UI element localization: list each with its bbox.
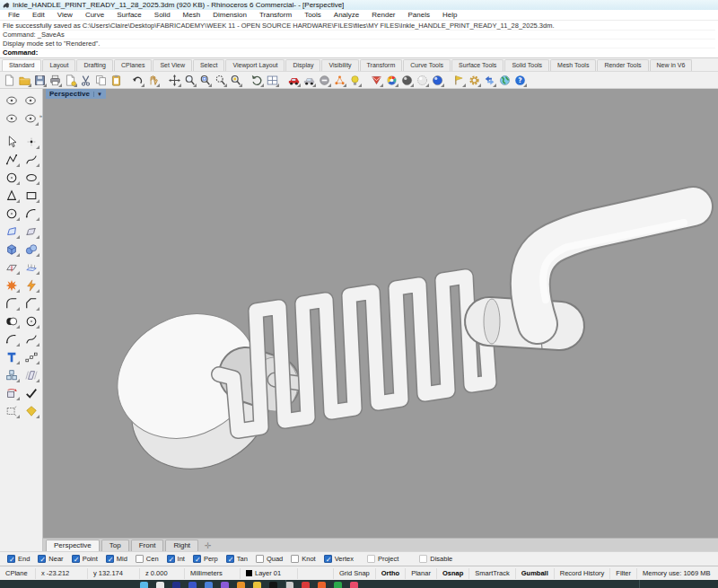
options-button[interactable]	[467, 73, 481, 88]
view-tool-button[interactable]	[3, 92, 21, 109]
print-button[interactable]	[48, 73, 62, 88]
loft-tool-button[interactable]	[22, 259, 40, 276]
fillet-curve-button[interactable]	[3, 330, 21, 347]
tab-transform[interactable]: Transform	[360, 59, 403, 71]
viewport-tab-perspective[interactable]: Perspective	[46, 540, 100, 551]
perspective-viewport[interactable]: Perspective ▼	[43, 89, 718, 538]
menu-edit[interactable]: Edit	[26, 11, 51, 19]
checkbox[interactable]	[324, 555, 332, 563]
undo-button[interactable]	[130, 73, 144, 88]
menu-render[interactable]: Render	[365, 11, 401, 19]
point-tool-button[interactable]	[22, 133, 40, 150]
sidebar-overflow-chevron[interactable]: »	[39, 113, 42, 118]
blend-curve-button[interactable]	[22, 330, 40, 347]
polyline-tool-button[interactable]	[3, 151, 21, 168]
copy-clipboard-button[interactable]	[63, 73, 77, 88]
taskbar-app-icon[interactable]	[140, 582, 148, 588]
pan-button[interactable]	[145, 73, 160, 88]
paste-button[interactable]	[109, 73, 123, 88]
checkbox[interactable]	[256, 555, 264, 563]
view-tool-button[interactable]	[3, 110, 21, 127]
chevron-down-icon[interactable]: ▼	[93, 92, 102, 97]
checkbox[interactable]	[136, 555, 144, 563]
tab-mesh-tools[interactable]: Mesh Tools	[550, 59, 596, 71]
zoom-selected-button[interactable]	[228, 73, 242, 88]
status-toggle-gumball[interactable]: Gumball	[516, 568, 555, 579]
menu-view[interactable]: View	[51, 11, 79, 19]
tab-solid-tools[interactable]: Solid Tools	[504, 59, 549, 71]
osnap-quad[interactable]: Quad	[256, 555, 283, 563]
edit-points-tool-button[interactable]	[22, 348, 40, 365]
menu-tools[interactable]: Tools	[298, 11, 328, 19]
checkbox[interactable]	[291, 555, 299, 563]
ghosted-viewport-button[interactable]	[415, 73, 429, 88]
tab-drafting[interactable]: Drafting	[76, 59, 113, 71]
osnap-mid[interactable]: Mid	[106, 555, 127, 563]
view-tool-button[interactable]	[22, 92, 39, 109]
rectangle-tool-button[interactable]	[22, 187, 40, 204]
tab-display[interactable]: Display	[285, 59, 320, 71]
osnap-end[interactable]: End	[7, 555, 30, 563]
menu-solid[interactable]: Solid	[148, 11, 177, 19]
shaded-viewport-button[interactable]	[399, 73, 414, 88]
surface-tool-button[interactable]	[3, 223, 21, 240]
undo-view-change-button[interactable]	[250, 73, 264, 88]
tab-curve-tools[interactable]: Curve Tools	[403, 59, 451, 71]
render-gem-button[interactable]	[22, 402, 40, 419]
cut-button[interactable]	[78, 73, 92, 88]
box-tool-button[interactable]	[3, 241, 21, 258]
osnap-project[interactable]: Project	[367, 555, 398, 563]
add-viewport-tab-button[interactable]: ✛	[200, 541, 216, 550]
taskbar-app-icon[interactable]	[188, 582, 197, 588]
status-toggle-grid-snap[interactable]: Grid Snap	[334, 568, 376, 579]
menu-file[interactable]: File	[2, 11, 26, 19]
select-tool-button[interactable]	[3, 133, 21, 150]
drape-tool-button[interactable]	[22, 223, 40, 240]
osnap-int[interactable]: Int	[167, 555, 185, 563]
point-circle-tool-button[interactable]	[3, 205, 21, 222]
osnap-point[interactable]: Point	[72, 555, 98, 563]
curve-tool-button[interactable]	[22, 151, 40, 168]
checkbox[interactable]	[193, 555, 201, 563]
taskbar-app-icon[interactable]	[205, 582, 213, 588]
status-toggle-record-history[interactable]: Record History	[555, 568, 611, 579]
command-area[interactable]: File successfully saved as C:\Users\Clai…	[0, 21, 718, 58]
osnap-near[interactable]: Near	[38, 555, 63, 563]
osnap-knot[interactable]: Knot	[291, 555, 315, 563]
tab-cplanes[interactable]: CPlanes	[114, 59, 152, 71]
taskbar-app-icon[interactable]	[302, 582, 310, 588]
checkbox[interactable]	[167, 555, 175, 563]
lamp-button[interactable]	[347, 73, 362, 88]
status-toggle-filter[interactable]: Filter	[610, 568, 637, 579]
rotate-tool-button[interactable]	[3, 384, 21, 401]
copy-button[interactable]	[93, 73, 108, 88]
render-car-button[interactable]	[286, 73, 301, 88]
checkbox[interactable]	[7, 555, 15, 563]
checkbox[interactable]	[367, 555, 375, 563]
menu-mesh[interactable]: Mesh	[177, 11, 207, 19]
tab-set-view[interactable]: Set View	[153, 59, 192, 71]
osnap-flag-button[interactable]	[451, 73, 466, 88]
menu-dimension[interactable]: Dimension	[206, 11, 253, 19]
tab-select[interactable]: Select	[193, 59, 224, 71]
sphere-tool-button[interactable]	[22, 241, 40, 258]
rendered-viewport-button[interactable]	[430, 73, 444, 88]
tab-viewport-layout[interactable]: Viewport Layout	[225, 59, 285, 71]
windows-taskbar[interactable]	[0, 580, 718, 588]
color-wheel-button[interactable]	[384, 73, 398, 88]
link-button[interactable]	[482, 73, 496, 88]
menu-analyze[interactable]: Analyze	[328, 11, 365, 19]
taskbar-app-icon[interactable]	[172, 582, 180, 588]
osnap-vertex[interactable]: Vertex	[324, 555, 354, 563]
status-toggle-ortho[interactable]: Ortho	[376, 568, 406, 579]
viewport-tab-top[interactable]: Top	[101, 540, 129, 551]
render-preview-button[interactable]	[369, 73, 383, 88]
fillet-tool-button[interactable]	[3, 294, 21, 312]
menu-transform[interactable]: Transform	[253, 11, 298, 19]
help-button[interactable]	[512, 73, 527, 88]
boolean-union-button[interactable]	[3, 312, 21, 329]
command-prompt[interactable]: Command:	[3, 48, 715, 57]
viewport-title[interactable]: Perspective ▼	[46, 89, 106, 99]
block-tool-button[interactable]	[3, 366, 21, 383]
taskbar-app-icon[interactable]	[269, 582, 277, 588]
